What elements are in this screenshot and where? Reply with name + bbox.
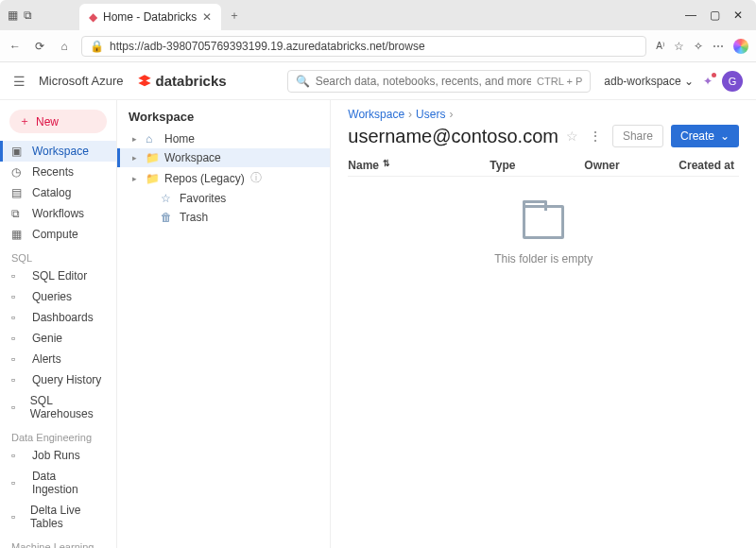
nav-icon: ▫ [11, 449, 25, 462]
nav-icon: ◷ [11, 165, 25, 179]
folder-icon [523, 205, 564, 239]
sidebar-item-recents[interactable]: ◷Recents [0, 162, 116, 182]
sidebar-item-compute[interactable]: ▦Compute [0, 224, 116, 245]
tree-icon: ⌂ [146, 132, 159, 146]
user-avatar[interactable]: G [722, 71, 743, 92]
column-owner[interactable]: Owner [584, 159, 679, 172]
favorite-star-icon[interactable]: ☆ [566, 128, 578, 144]
refresh-button[interactable]: ⟳ [32, 40, 47, 53]
chevron-down-icon: ⌄ [720, 129, 730, 143]
app-header: ☰ Microsoft Azure databricks 🔍 CTRL + P … [0, 62, 756, 100]
column-created[interactable]: Created at [679, 159, 739, 172]
nav-icon: ▫ [11, 373, 25, 386]
tab-title: Home - Databricks [103, 10, 197, 24]
tree-item-repos--legacy-[interactable]: ▸📁Repos (Legacy) ⓘ [117, 167, 330, 189]
chevron-right-icon: › [408, 108, 412, 121]
create-button[interactable]: Create⌄ [671, 125, 739, 147]
chevron-right-icon[interactable]: ▸ [132, 174, 140, 183]
search-shortcut: CTRL + P [537, 76, 582, 87]
sidebar-item-job-runs[interactable]: ▫Job Runs [0, 445, 116, 466]
back-button[interactable]: ← [8, 40, 23, 53]
sidebar-item-alerts[interactable]: ▫Alerts [0, 349, 116, 369]
tree-item-trash[interactable]: 🗑Trash [117, 208, 330, 227]
tree-icon: 📁 [146, 172, 159, 185]
more-actions-icon[interactable]: ⋮ [586, 126, 605, 146]
tab-list-icon[interactable]: ⧉ [24, 9, 32, 22]
nav-icon: ▫ [11, 476, 25, 489]
new-tab-button[interactable]: ＋ [229, 8, 240, 24]
tree-item-favorites[interactable]: ☆Favorites [117, 189, 330, 208]
new-button[interactable]: ＋New [9, 110, 107, 133]
search-icon: 🔍 [296, 75, 310, 88]
tab-favicon: ◆ [89, 10, 97, 24]
breadcrumbs: Workspace › Users › [348, 108, 739, 121]
sidebar-item-delta-live-tables[interactable]: ▫Delta Live Tables [0, 500, 116, 534]
plus-icon: ＋ [19, 113, 30, 129]
section-header: Machine Learning [0, 534, 116, 548]
window-maximize-icon[interactable]: ▢ [710, 9, 720, 22]
empty-state: This folder is empty [348, 177, 739, 540]
page-title: username@contoso.com [348, 126, 558, 147]
column-type[interactable]: Type [490, 159, 584, 172]
window-close-icon[interactable]: ✕ [733, 9, 743, 22]
breadcrumb-link[interactable]: Workspace [348, 108, 404, 121]
menu-icon[interactable]: ☰ [13, 74, 26, 89]
share-button[interactable]: Share [612, 125, 663, 147]
tree-item-workspace[interactable]: ▸📁Workspace [117, 148, 330, 167]
nav-icon: ▫ [11, 401, 23, 414]
url-field[interactable]: 🔒 https://adb-3980705769393199.19.azured… [81, 36, 646, 57]
sidebar-item-queries[interactable]: ▫Queries [0, 286, 116, 307]
breadcrumb-link[interactable]: Users [416, 108, 445, 121]
sidebar-item-workspace[interactable]: ▣Workspace [0, 141, 116, 162]
chevron-right-icon: › [449, 108, 453, 121]
databricks-logo[interactable]: databricks [137, 73, 227, 89]
home-button[interactable]: ⌂ [57, 40, 72, 53]
read-aloud-icon[interactable]: A⁾ [656, 41, 664, 51]
sidebar-item-query-history[interactable]: ▫Query History [0, 369, 116, 390]
sidebar-item-genie[interactable]: ▫Genie [0, 328, 116, 349]
more-icon[interactable]: ⋯ [713, 40, 724, 53]
window-minimize-icon[interactable]: — [685, 9, 696, 22]
workspace-tree: Workspace ▸⌂Home▸📁Workspace▸📁Repos (Lega… [117, 100, 331, 548]
section-header: Data Engineering [0, 424, 116, 445]
nav-icon: ▫ [11, 510, 23, 523]
sidebar-item-dashboards[interactable]: ▫Dashboards [0, 307, 116, 328]
url-text: https://adb-3980705769393199.19.azuredat… [110, 40, 638, 53]
nav-icon: ▫ [11, 311, 25, 324]
sidebar-item-catalog[interactable]: ▤Catalog [0, 182, 116, 203]
sidebar-item-data-ingestion[interactable]: ▫Data Ingestion [0, 466, 116, 500]
sort-icon: ⇅ [383, 159, 390, 172]
browser-titlebar: ▦ ⧉ ◆ Home - Databricks ✕ ＋ — ▢ ✕ [0, 0, 756, 30]
empty-text: This folder is empty [494, 252, 593, 265]
sidebar-item-workflows[interactable]: ⧉Workflows [0, 203, 116, 224]
browser-address-bar: ← ⟳ ⌂ 🔒 https://adb-3980705769393199.19.… [0, 30, 756, 62]
favorite-icon[interactable]: ☆ [674, 40, 684, 53]
nav-icon: ▫ [11, 352, 25, 366]
nav-icon: ▫ [11, 269, 25, 283]
browser-tab[interactable]: ◆ Home - Databricks ✕ [79, 4, 221, 30]
nav-icon: ▤ [11, 186, 25, 199]
databricks-icon [137, 74, 152, 89]
tree-icon: 🗑 [161, 211, 174, 224]
cloud-provider-label: Microsoft Azure [39, 74, 124, 88]
tree-item-home[interactable]: ▸⌂Home [117, 129, 330, 148]
content-area: Workspace › Users › username@contoso.com… [331, 100, 756, 548]
info-icon: ⓘ [250, 170, 262, 186]
tab-actions-icon[interactable]: ▦ [8, 9, 18, 22]
sidebar-item-sql-editor[interactable]: ▫SQL Editor [0, 265, 116, 286]
copilot-icon[interactable] [733, 39, 748, 54]
chevron-right-icon[interactable]: ▸ [132, 134, 140, 144]
table-header-row: Name ⇅ Type Owner Created at [348, 155, 739, 177]
global-search[interactable]: 🔍 CTRL + P [287, 70, 592, 93]
search-input[interactable] [316, 75, 531, 88]
sidebar: ＋New ▣Workspace◷Recents▤Catalog⧉Workflow… [0, 100, 117, 548]
workspace-switcher[interactable]: adb-workspace ⌄ [604, 75, 694, 88]
chevron-right-icon[interactable]: ▸ [132, 153, 140, 163]
sidebar-item-sql-warehouses[interactable]: ▫SQL Warehouses [0, 390, 116, 424]
assistant-icon[interactable]: ✦ [703, 75, 713, 88]
section-header: SQL [0, 245, 116, 265]
column-name[interactable]: Name ⇅ [348, 159, 490, 172]
tree-icon: ☆ [161, 192, 174, 205]
tab-close-icon[interactable]: ✕ [202, 10, 212, 24]
extensions-icon[interactable]: ✧ [694, 40, 703, 53]
